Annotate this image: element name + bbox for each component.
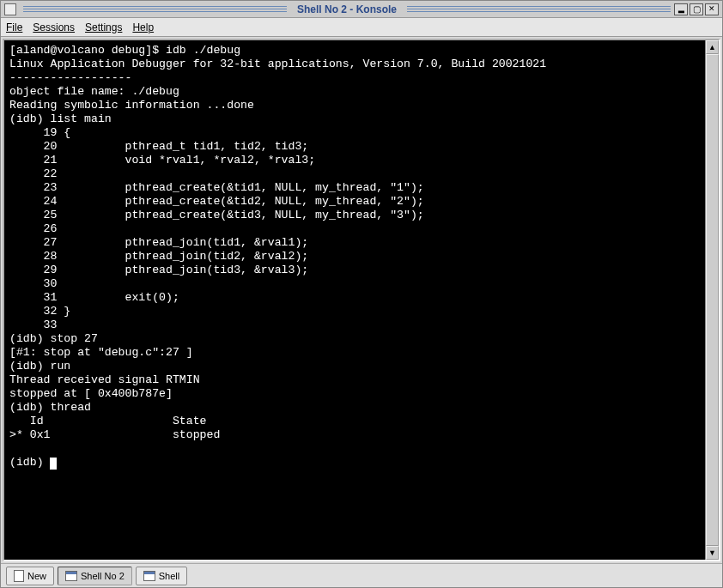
tab-label: Shell xyxy=(159,571,179,581)
menu-settings[interactable]: Settings xyxy=(85,21,122,33)
new-tab-button[interactable]: New xyxy=(6,567,54,585)
term-line: (idb) stop 27 xyxy=(9,332,98,345)
term-line: 30 xyxy=(9,277,64,290)
term-line: 32 } xyxy=(9,305,70,318)
terminal-frame: [aland@volcano debug]$ idb ./debug Linux… xyxy=(3,39,720,561)
term-line: (idb) list main xyxy=(9,112,112,125)
titlebar[interactable]: Shell No 2 - Konsole xyxy=(1,1,722,18)
menu-file[interactable]: File xyxy=(6,21,22,33)
terminal[interactable]: [aland@volcano debug]$ idb ./debug Linux… xyxy=(4,40,705,560)
term-line: object file name: ./debug xyxy=(9,85,179,98)
scroll-thumb[interactable] xyxy=(706,54,719,546)
window-title: Shell No 2 - Konsole xyxy=(295,3,398,15)
term-line: (idb) run xyxy=(9,360,70,373)
term-line: Id State xyxy=(9,415,207,427)
tab-shell-no-2[interactable]: Shell No 2 xyxy=(58,567,132,585)
terminal-icon xyxy=(143,571,155,581)
new-tab-icon xyxy=(14,570,24,582)
term-line: 25 pthread_create(&tid3, NULL, my_thread… xyxy=(9,209,424,221)
close-button[interactable] xyxy=(705,3,719,15)
term-line: 20 pthread_t tid1, tid2, tid3; xyxy=(9,140,308,153)
term-line: ------------------ xyxy=(9,71,131,84)
term-line: (idb) xyxy=(9,456,50,469)
term-line: 24 pthread_create(&tid2, NULL, my_thread… xyxy=(9,195,424,208)
minimize-button[interactable] xyxy=(674,3,688,15)
cursor-icon xyxy=(50,458,57,470)
menubar: File Sessions Settings Help xyxy=(1,18,722,37)
term-line: >* 0x1 stopped xyxy=(9,428,220,441)
term-line: 29 pthread_join(tid3, &rval3); xyxy=(9,264,308,276)
term-line: stopped at [ 0x400b787e] xyxy=(9,387,173,400)
menu-sessions[interactable]: Sessions xyxy=(33,21,75,33)
term-line: [aland@volcano debug]$ idb ./debug xyxy=(9,44,240,57)
term-line: 19 { xyxy=(9,126,70,139)
term-line: 23 pthread_create(&tid1, NULL, my_thread… xyxy=(9,181,424,194)
scroll-track[interactable] xyxy=(706,54,719,546)
titlebar-texture-left xyxy=(23,6,287,13)
tab-label: Shell No 2 xyxy=(81,571,125,581)
scroll-up-button[interactable]: ▲ xyxy=(706,40,719,54)
term-line: 31 exit(0); xyxy=(9,291,179,304)
term-line: Linux Application Debugger for 32-bit ap… xyxy=(9,58,546,70)
titlebar-fill: Shell No 2 - Konsole xyxy=(20,3,674,15)
term-line: [#1: stop at "debug.c":27 ] xyxy=(9,346,193,359)
term-line: 22 xyxy=(9,167,64,180)
menu-help[interactable]: Help xyxy=(132,21,154,33)
session-tabbar: New Shell No 2 Shell xyxy=(1,563,722,587)
window-controls xyxy=(674,3,719,15)
term-line: 26 xyxy=(9,222,64,235)
term-line: Thread received signal RTMIN xyxy=(9,373,200,386)
term-line: 28 pthread_join(tid2, &rval2); xyxy=(9,250,308,263)
vertical-scrollbar[interactable]: ▲ ▼ xyxy=(705,40,719,560)
system-menu-icon[interactable] xyxy=(4,3,16,15)
term-line: 27 pthread_join(tid1, &rval1); xyxy=(9,236,308,249)
term-line: 21 void *rval1, *rval2, *rval3; xyxy=(9,154,315,167)
terminal-icon xyxy=(65,571,77,581)
tab-shell[interactable]: Shell xyxy=(136,567,187,585)
term-line: 33 xyxy=(9,318,64,331)
term-line: (idb) thread xyxy=(9,401,91,414)
term-line: Reading symbolic information ...done xyxy=(9,99,254,112)
maximize-button[interactable] xyxy=(690,3,703,15)
scroll-down-button[interactable]: ▼ xyxy=(706,546,719,560)
new-tab-label: New xyxy=(27,571,46,581)
app-window: Shell No 2 - Konsole File Sessions Setti… xyxy=(0,0,723,588)
titlebar-texture-right xyxy=(407,6,671,13)
